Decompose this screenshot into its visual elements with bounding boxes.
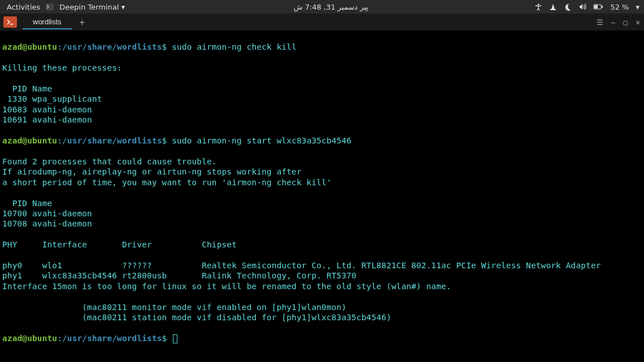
vlc-tray-icon[interactable] bbox=[549, 3, 557, 11]
terminal-line: PID Name bbox=[2, 199, 52, 208]
terminal-line: (mac80211 monitor mode vif enabled on [p… bbox=[2, 303, 346, 312]
volume-icon[interactable] bbox=[578, 3, 586, 11]
terminal-line: Found 2 processes that could cause troub… bbox=[2, 157, 217, 166]
terminal-content[interactable]: azad@ubuntu:/usr/share/wordlists$ sudo a… bbox=[0, 30, 644, 344]
terminal-line: azad@ubuntu:/usr/share/wordlists$ bbox=[2, 334, 177, 343]
battery-label: 52 % bbox=[610, 3, 629, 11]
terminal-line: azad@ubuntu:/usr/share/wordlists$ sudo a… bbox=[2, 42, 297, 51]
svg-rect-2 bbox=[550, 9, 556, 10]
terminal-launcher-icon[interactable] bbox=[3, 16, 17, 28]
svg-rect-4 bbox=[594, 5, 598, 8]
cursor bbox=[173, 334, 177, 343]
battery-icon[interactable] bbox=[593, 3, 603, 10]
terminal-line: phy0 wlo1 ?????? Realtek Semiconductor C… bbox=[2, 261, 601, 270]
app-menu-label: Deepin Terminal bbox=[59, 3, 119, 11]
terminal-line: PID Name bbox=[2, 84, 52, 93]
command-text: sudo airmon-ng check kill bbox=[172, 42, 297, 51]
command-text: sudo airmon-ng start wlxc83a35cb4546 bbox=[172, 136, 351, 145]
terminal-line: (mac80211 station mode vif disabled for … bbox=[2, 313, 391, 322]
svg-rect-5 bbox=[602, 6, 603, 8]
terminal-line: Interface 15mon is too long for linux so… bbox=[2, 282, 451, 291]
accessibility-icon[interactable] bbox=[534, 3, 542, 11]
svg-rect-0 bbox=[46, 3, 54, 10]
terminal-line: 10691 avahi-daemon bbox=[2, 115, 92, 124]
night-icon[interactable] bbox=[564, 3, 572, 11]
terminal-line: a short period of time, you may want to … bbox=[2, 178, 332, 187]
gnome-topbar: Activities Deepin Terminal ▾ پیر دسمبر 3… bbox=[0, 0, 644, 14]
tab-wordlists[interactable]: wordlists bbox=[23, 15, 72, 29]
terminal-line: If airodump-ng, aireplay-ng or airtun-ng… bbox=[2, 167, 302, 176]
activities-button[interactable]: Activities bbox=[5, 3, 42, 11]
prompt-path: /usr/share/wordlists bbox=[62, 42, 162, 51]
terminal-line: 1330 wpa_supplicant bbox=[2, 94, 102, 103]
new-tab-button[interactable]: + bbox=[72, 17, 93, 28]
menu-button[interactable]: ☰ bbox=[593, 18, 607, 27]
terminal-tabbar: wordlists + ☰ — ▢ ✕ bbox=[0, 14, 644, 30]
prompt-user: azad@ubuntu bbox=[2, 42, 57, 51]
terminal-line: 10708 avahi-daemon bbox=[2, 219, 92, 228]
terminal-line: phy1 wlxc83a35cb4546 rt2800usb Ralink Te… bbox=[2, 271, 356, 280]
clock[interactable]: پیر دسمبر 31, 7:48 ش bbox=[127, 3, 534, 11]
svg-rect-6 bbox=[10, 24, 13, 25]
terminal-line: 10683 avahi-daemon bbox=[2, 105, 92, 114]
svg-point-1 bbox=[538, 4, 539, 6]
maximize-button[interactable]: ▢ bbox=[619, 18, 632, 27]
app-menu[interactable]: Deepin Terminal ▾ bbox=[57, 3, 127, 11]
system-menu-chevron-icon[interactable]: ▾ bbox=[636, 3, 639, 11]
terminal-line: Killing these processes: bbox=[2, 63, 122, 72]
terminal-line: 10700 avahi-daemon bbox=[2, 209, 92, 218]
terminal-line: PHY Interface Driver Chipset bbox=[2, 240, 237, 249]
minimize-button[interactable]: — bbox=[607, 18, 620, 27]
close-button[interactable]: ✕ bbox=[632, 18, 644, 27]
terminal-line: azad@ubuntu:/usr/share/wordlists$ sudo a… bbox=[2, 136, 351, 145]
terminal-app-icon bbox=[46, 3, 54, 10]
